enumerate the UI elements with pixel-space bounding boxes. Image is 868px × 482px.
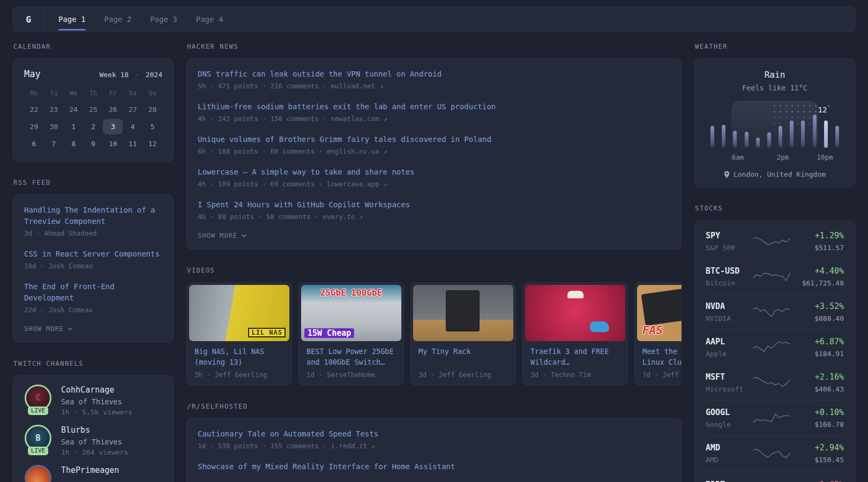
location-pin-icon xyxy=(724,171,730,178)
stock-id: BTC-USD Bitcoin xyxy=(706,266,753,287)
tab-page-4[interactable]: Page 4 xyxy=(196,7,223,32)
hn-item: DNS traffic can leak outside the VPN tun… xyxy=(198,69,670,90)
hn-item-link[interactable]: DNS traffic can leak outside the VPN tun… xyxy=(198,69,670,80)
hacker-news-section-title: HACKER NEWS xyxy=(187,43,681,50)
weather-bar xyxy=(733,131,737,148)
weather-card: Rain Feels like 11°C 12° 6am 2pm xyxy=(694,58,855,187)
hn-show-more-button[interactable]: SHOW MORE xyxy=(198,232,670,239)
weather-section: WEATHER Rain Feels like 11°C 12° xyxy=(694,43,855,187)
video-title-link[interactable]: My Tiny Rack xyxy=(418,346,508,357)
calendar-day: 27 xyxy=(123,102,143,117)
weather-bar xyxy=(745,132,749,148)
degree-symbol: ° xyxy=(827,104,830,111)
stock-values: -1.65% xyxy=(790,480,844,482)
twitch-channel-row[interactable]: ThePrimeagen xyxy=(23,465,163,482)
rss-show-more-button[interactable]: SHOW MORE xyxy=(24,325,162,333)
twitch-channel-info: Blurbs Sea of Thieves 1h · 264 viewers xyxy=(61,425,128,456)
stock-change: -1.65% xyxy=(790,480,844,482)
twitch-section: TWITCH CHANNELS C LIVE CohhCarnage Sea o… xyxy=(13,360,174,482)
tab-page-2[interactable]: Page 2 xyxy=(104,7,132,32)
video-title-link[interactable]: Traefik 3 and FREE Wildcard… xyxy=(530,346,620,368)
channel-name[interactable]: ThePrimeagen xyxy=(61,465,119,475)
video-card-body: Big NAS, Lil NAS (moving 13) 3h · Jeff G… xyxy=(189,341,289,383)
left-column: CALENDAR May Week 18 · 2024 Mo Tu xyxy=(13,43,174,482)
stock-name: Apple xyxy=(706,350,753,358)
weather-bar xyxy=(779,126,782,148)
stock-row[interactable]: NVDA NVIDIA +3.52% $888.40 xyxy=(706,294,844,329)
calendar-day: 23 xyxy=(44,102,64,117)
calendar-section-title: CALENDAR xyxy=(13,43,173,50)
stock-row[interactable]: MSFT Microsoft +2.16% $406.43 xyxy=(706,365,844,400)
day-header: Th xyxy=(84,86,103,100)
stock-row[interactable]: AMD AMD +2.94% $150.45 xyxy=(706,435,844,471)
stock-values: +0.10% $166.78 xyxy=(790,408,844,428)
video-thumbnail[interactable]: 25GbE 100GbE 15W Cheap xyxy=(301,285,401,341)
time-tick: 2pm xyxy=(776,153,789,161)
thumbnail-caption: FAS xyxy=(642,324,663,337)
hn-item-link[interactable]: Unique volumes of Brothers Grimm fairy t… xyxy=(198,134,670,145)
hn-item-link[interactable]: Lithium-free sodium batteries exit the l… xyxy=(198,101,670,112)
stock-change: +2.16% xyxy=(790,372,844,382)
video-card: 25GbE 100GbE 15W Cheap BEST Low Power 25… xyxy=(298,282,404,386)
video-card: Traefik 3 and FREE Wildcard… 3d · Techno… xyxy=(522,282,628,386)
stock-row[interactable]: SPY S&P 500 +1.29% $511.57 xyxy=(706,224,844,259)
dashboard-page: G Page 1 Page 2 Page 3 Page 4 CALENDAR M… xyxy=(0,0,868,482)
live-badge: LIVE xyxy=(28,406,49,415)
video-thumbnail[interactable]: FAS xyxy=(637,285,682,341)
channel-game: Sea of Thieves xyxy=(61,438,128,446)
day-header: Mo xyxy=(24,86,44,100)
video-card-body: Meet the Linux Clu 7d · Jeff Geerling xyxy=(637,341,682,383)
video-card-body: Traefik 3 and FREE Wildcard… 3d · Techno… xyxy=(525,341,625,383)
calendar-header: May Week 18 · 2024 xyxy=(24,69,162,79)
reddit-item-link[interactable]: Showcase of my Mixed Reality Interface f… xyxy=(198,461,670,472)
calendar-day: 10 xyxy=(103,136,123,152)
time-tick: 10pm xyxy=(817,153,833,161)
stock-id: SPY S&P 500 xyxy=(706,231,753,252)
thumbnail-caption: 25GbE 100GbE xyxy=(301,288,401,298)
channel-game: Sea of Thieves xyxy=(61,397,132,406)
app-logo[interactable]: G xyxy=(13,7,44,32)
stock-symbol: AAPL xyxy=(706,337,753,347)
stock-row[interactable]: BTC-USD Bitcoin +4.40% $61,725.48 xyxy=(706,259,844,294)
video-thumbnail[interactable] xyxy=(413,285,513,341)
stock-row[interactable]: AAPL Apple +6.87% $184.91 xyxy=(706,329,844,365)
stock-symbol: MSFT xyxy=(706,372,753,382)
calendar-day: 29 xyxy=(24,119,44,134)
videos-row: LIL NAS Big NAS, Lil NAS (moving 13) 3h … xyxy=(186,282,682,386)
stock-name: Microsoft xyxy=(706,385,753,393)
stock-name: NVIDIA xyxy=(706,314,753,322)
calendar-day: 26 xyxy=(103,102,123,117)
middle-column: HACKER NEWS DNS traffic can leak outside… xyxy=(186,43,682,482)
weather-bar-current xyxy=(824,120,828,148)
stock-sparkline xyxy=(753,410,790,426)
video-title-link[interactable]: Big NAS, Lil NAS (moving 13) xyxy=(194,346,284,368)
live-badge: LIVE xyxy=(28,447,49,455)
rss-item: CSS in React Server Components 18d · Jos… xyxy=(24,248,162,270)
video-title-link[interactable]: BEST Low Power 25GbE and 100GbE Switch… xyxy=(306,346,396,368)
video-thumbnail[interactable]: LIL NAS xyxy=(189,285,289,341)
stock-values: +1.29% $511.57 xyxy=(790,231,844,252)
weather-bar xyxy=(801,120,805,148)
rss-item-link[interactable]: CSS in React Server Components xyxy=(24,248,162,260)
tab-page-3[interactable]: Page 3 xyxy=(150,7,177,32)
channel-name[interactable]: CohhCarnage xyxy=(61,385,132,395)
video-thumbnail[interactable] xyxy=(525,285,625,341)
twitch-section-title: TWITCH CHANNELS xyxy=(13,360,173,367)
stock-row[interactable]: GOOGL Google +0.10% $166.78 xyxy=(706,400,844,435)
weather-bar xyxy=(710,126,714,148)
videos-section: VIDEOS LIL NAS Big NAS, Lil NAS (moving … xyxy=(186,267,682,386)
hn-item-link[interactable]: Lowercase – A simple way to take and sha… xyxy=(198,167,670,178)
hn-item-meta: 4h · 243 points · 158 comments · newatla… xyxy=(198,115,670,123)
tab-page-1[interactable]: Page 1 xyxy=(58,7,86,32)
rss-item-link[interactable]: The End of Front-End Development xyxy=(24,281,162,304)
channel-name[interactable]: Blurbs xyxy=(61,425,128,435)
reddit-item-link[interactable]: Cautionary Tale on Automated Speed Tests xyxy=(198,428,670,440)
rss-item-link[interactable]: Handling The Indentation of a Treeview C… xyxy=(24,205,162,227)
video-title-link[interactable]: Meet the Linux Clu xyxy=(642,346,682,368)
thumbnail-caption: LIL NAS xyxy=(248,328,286,337)
stock-row[interactable]: RDDT -1.65% xyxy=(706,471,844,482)
twitch-channel-row[interactable]: C LIVE CohhCarnage Sea of Thieves 1h · 5… xyxy=(23,385,163,416)
stock-price: $406.43 xyxy=(790,385,844,393)
hn-item-link[interactable]: I Spent 24 Hours with GitHub Copilot Wor… xyxy=(198,199,670,210)
twitch-channel-row[interactable]: B LIVE Blurbs Sea of Thieves 1h · 264 vi… xyxy=(23,425,163,456)
